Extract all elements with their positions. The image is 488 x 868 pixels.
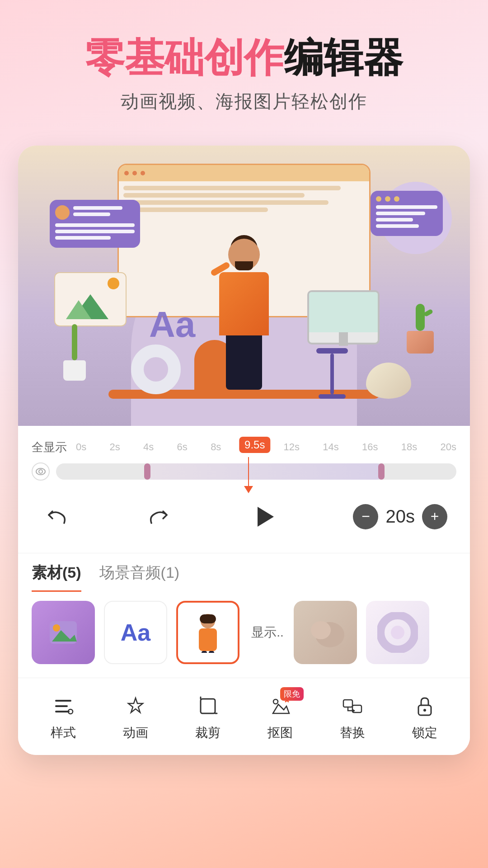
timeline-visibility-toggle[interactable]	[32, 462, 50, 481]
undo-icon	[46, 508, 67, 526]
cutout-icon: 限免	[266, 692, 295, 721]
svg-point-13	[391, 626, 404, 639]
animation-label: 动画	[123, 724, 148, 741]
r-line-3	[376, 218, 413, 222]
toolbar-replace[interactable]: 替换	[338, 692, 367, 741]
title-highlight: 零基础创作	[85, 35, 284, 80]
toolbar-lock[interactable]: 锁定	[410, 692, 439, 741]
timeline-bar[interactable]	[56, 463, 456, 480]
card-line-2	[73, 212, 110, 216]
sun-icon	[108, 278, 119, 289]
tab-materials[interactable]: 素材(5)	[32, 562, 81, 592]
material-item-shape1[interactable]	[294, 601, 357, 664]
r-line-1	[376, 205, 437, 209]
cursor-line	[248, 457, 249, 486]
eye-icon	[36, 468, 46, 475]
dot-3	[394, 196, 399, 202]
lock-icon-svg	[414, 695, 436, 717]
replace-label: 替换	[340, 724, 365, 741]
plant	[63, 324, 86, 381]
redo-button[interactable]	[143, 501, 175, 533]
scene-card-left	[50, 200, 140, 248]
img-card-inner	[55, 273, 126, 326]
preview-card: Aa	[18, 146, 470, 755]
shape2-thumbnail	[377, 612, 418, 653]
donut-shape	[131, 344, 181, 394]
material-item-shape2[interactable]	[366, 601, 429, 664]
pot-body	[407, 331, 434, 354]
shape1-thumbnail	[305, 614, 346, 651]
crop-icon	[193, 692, 222, 721]
person-body	[219, 272, 269, 335]
timeline-filled-range	[144, 463, 385, 480]
lock-label: 锁定	[412, 724, 437, 741]
main-title: 零基础创作编辑器	[27, 36, 461, 80]
plant-pot	[63, 360, 86, 381]
tick-12: 12s	[283, 441, 299, 453]
card-line-4	[55, 230, 135, 233]
cutout-label: 抠图	[267, 724, 293, 741]
scene-aa-text: Aa	[149, 304, 195, 345]
right-card-dots	[376, 196, 437, 202]
duration-control: − 20s +	[353, 504, 447, 529]
scene-monitor	[307, 290, 380, 344]
crop-icon-svg	[197, 695, 219, 717]
person-head	[228, 239, 260, 270]
duration-minus-button[interactable]: −	[353, 504, 378, 529]
svg-point-22	[273, 699, 278, 704]
toolbar-crop[interactable]: 裁剪	[193, 692, 222, 741]
header: 零基础创作编辑器 动画视频、海报图片轻松创作	[0, 0, 488, 132]
timeline-handle-left[interactable]	[144, 463, 150, 480]
subtitle: 动画视频、海报图片轻松创作	[27, 89, 461, 114]
material-item-aa[interactable]: Aa	[104, 601, 167, 664]
card-line-1	[73, 206, 122, 210]
r-line-4	[376, 224, 419, 228]
scene-img-card	[54, 272, 127, 326]
tab-scene-audio[interactable]: 场景音频(1)	[99, 562, 180, 592]
material-item-text-label: 显示..	[249, 624, 285, 641]
browser-line-4	[123, 208, 268, 212]
cutout-badge: 限免	[280, 687, 304, 701]
toolbar-style[interactable]: 样式	[49, 692, 78, 741]
play-button[interactable]	[246, 499, 282, 535]
svg-marker-18	[128, 698, 143, 712]
toolbar: 样式 动画 裁剪	[18, 678, 470, 755]
browser-line-3	[123, 200, 328, 205]
undo-button[interactable]	[41, 501, 72, 533]
cursor-tip	[244, 486, 253, 493]
svg-rect-25	[343, 700, 352, 707]
tick-2: 2s	[110, 441, 120, 453]
stool-top	[316, 348, 348, 354]
svg-point-3	[53, 624, 60, 632]
stool-foot	[319, 394, 346, 399]
style-icon-svg	[52, 695, 74, 717]
plant-stem	[72, 324, 77, 360]
timeline-track[interactable]	[32, 462, 456, 481]
timeline-handle-right[interactable]	[378, 463, 385, 480]
material-item-character[interactable]	[176, 601, 239, 664]
card-line-5	[55, 236, 111, 240]
stool	[316, 348, 348, 399]
controls-row: − 20s +	[32, 485, 456, 544]
timeline-ruler: 0s 2s 4s 6s 8s 10s 12s 14s 16s 18s 20s 9…	[76, 441, 456, 453]
browser-dot-3	[141, 171, 145, 175]
duration-plus-button[interactable]: +	[422, 504, 447, 529]
animation-icon-svg	[125, 695, 146, 717]
toolbar-cutout[interactable]: 限免 抠图	[266, 692, 295, 741]
style-icon	[49, 692, 78, 721]
svg-rect-8	[202, 651, 207, 653]
aa-label: Aa	[121, 619, 150, 646]
timeline-cursor[interactable]	[244, 457, 253, 493]
timeline-section: 全显示 0s 2s 4s 6s 8s 10s 12s 14s 16s 18s 2…	[18, 426, 470, 553]
card-line-3	[55, 223, 135, 227]
svg-rect-15	[55, 705, 68, 707]
cactus-pot	[407, 304, 434, 354]
play-icon	[258, 507, 274, 527]
svg-rect-14	[55, 700, 71, 702]
toolbar-animation[interactable]: 动画	[121, 692, 150, 741]
svg-rect-7	[199, 628, 217, 651]
svg-rect-6	[200, 614, 216, 623]
preview-scene: Aa	[18, 146, 470, 426]
material-item-image[interactable]	[32, 601, 95, 664]
timeline-full-label: 全显示	[32, 439, 67, 455]
